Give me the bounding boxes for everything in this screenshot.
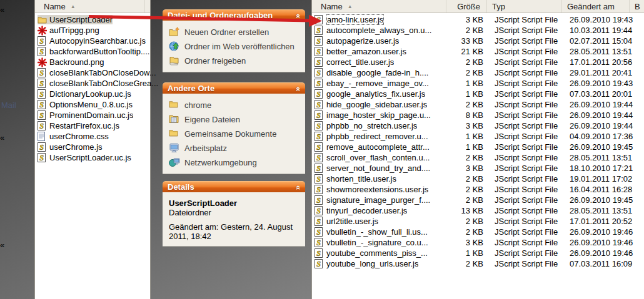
file-row[interactable]: SAutocopyinSearchbar.uc.js — [35, 36, 150, 46]
file-row[interactable]: Sphpbb_redirect_remover.u...1 KBJScript … — [312, 131, 644, 142]
file-row-content[interactable]: ScloseBlankTabOnCloseDow... — [38, 68, 156, 77]
file-row[interactable]: SUserScriptLoader.uc.js — [35, 152, 150, 163]
file-row[interactable]: SDictionaryLookup.uc.js — [35, 89, 150, 99]
file-row[interactable]: Sautopagerize.user.js33 KBJScript Script… — [312, 36, 644, 46]
file-row-name-cell[interactable]: Syoutube_long_urls.user.js — [314, 259, 449, 268]
column-header-name[interactable]: Name ▲ — [35, 0, 145, 12]
collapse-chevron-icon[interactable]: « — [293, 14, 304, 18]
file-row[interactable]: Syoutube_long_urls.user.js2 KBJScript Sc… — [312, 258, 644, 269]
task-link-ordner-freigeben[interactable]: Ordner freigeben — [169, 56, 299, 66]
file-row-content[interactable]: Backround.png — [38, 57, 104, 67]
file-row-name-cell[interactable]: Sserver_not_found_try_and.... — [314, 164, 449, 173]
collapse-chevron-icon[interactable]: « — [0, 133, 4, 142]
task-link-eigene-dateien[interactable]: Eigene Dateien — [169, 114, 299, 124]
file-row[interactable]: Sbetter_amazon.user.js21 KBJScript Scrip… — [312, 46, 644, 57]
task-link-neuen-ordner-erstellen[interactable]: Neuen Ordner erstellen — [169, 27, 299, 37]
strip-header[interactable]: « — [0, 240, 24, 250]
file-row-content[interactable]: SRestartFirefox.uc.js — [38, 121, 119, 130]
file-row[interactable]: Sscroll_over_flash_conten.u...2 KBJScrip… — [312, 152, 644, 163]
column-header-extra[interactable]: B — [630, 0, 644, 12]
column-header-modified[interactable]: Geändert am — [562, 0, 630, 12]
file-row-name-cell[interactable]: Sphpbb_no_stretch.user.js — [314, 121, 449, 130]
file-row[interactable]: ScloseBlankTabOnCloseGrea... — [35, 78, 150, 89]
file-row[interactable]: Sremove_autocomplete_attr...1 KBJScript … — [312, 142, 644, 152]
file-row[interactable]: userChrome.css — [35, 131, 150, 142]
file-row[interactable]: SuserChrome.js — [35, 142, 150, 152]
file-row-name-cell[interactable]: Stinyurl_decoder.user.js — [314, 206, 449, 215]
file-row-content[interactable]: SbackforwardButtonTooltip.... — [38, 47, 149, 56]
collapse-chevron-icon[interactable]: « — [0, 5, 4, 14]
file-row-name-cell[interactable]: Scorrect_title.user.js — [314, 57, 449, 67]
file-row[interactable]: Syoutube_comments_piss_...1 KBJScript Sc… — [312, 248, 644, 258]
file-row-content[interactable]: SDictionaryLookup.uc.js — [38, 89, 131, 99]
file-row[interactable]: Sautocomplete_always_on.u...2 KBJScript … — [312, 25, 644, 36]
task-link-chrome[interactable]: chrome — [169, 100, 299, 110]
file-row[interactable]: Surl2title.user.js2 KBJScript Script Fil… — [312, 216, 644, 227]
file-row-content[interactable]: SProminentDomain.uc.js — [38, 110, 133, 120]
collapse-chevron-icon[interactable]: « — [293, 87, 304, 91]
file-row-name-cell[interactable]: Sshorten_title.user.js — [314, 174, 449, 184]
file-row-name-cell[interactable]: Sgoogle_analytics_fix.user.js — [314, 89, 449, 99]
collapse-chevron-icon[interactable]: « — [0, 240, 4, 250]
file-row[interactable]: Sserver_not_found_try_and....3 KBJScript… — [312, 163, 644, 174]
file-row-name-cell[interactable]: Svbulletin_-_show_full_li.us... — [314, 227, 449, 237]
file-row-name-cell[interactable]: Sphpbb_redirect_remover.u... — [314, 132, 449, 141]
file-row-name-cell[interactable]: Simage_hoster_skip_page.u... — [314, 110, 449, 120]
file-row[interactable]: Scorrect_title.user.js2 KBJScript Script… — [312, 57, 644, 67]
file-row[interactable]: Backround.png — [35, 57, 150, 67]
file-row[interactable]: Stinyurl_decoder.user.js13 KBJScript Scr… — [312, 205, 644, 216]
file-row-content[interactable]: userChrome.css — [38, 132, 109, 141]
file-row-name-cell[interactable]: Sautopagerize.user.js — [314, 36, 449, 46]
file-row[interactable]: Simage_hoster_skip_page.u...8 KBJScript … — [312, 110, 644, 120]
file-row-name-cell[interactable]: Sebay_-_remove_image_ov... — [314, 79, 449, 88]
file-row[interactable]: Sshowmoreextensions.user.js2 KBJScript S… — [312, 184, 644, 195]
file-row-content[interactable]: ScloseBlankTabOnCloseGrea... — [38, 79, 158, 88]
file-row-name-cell[interactable]: Samo-link.user.js — [314, 14, 449, 25]
column-header-name[interactable]: Name ▲ — [312, 0, 446, 12]
file-row-name-cell[interactable]: Shide_google_sidebar.user.js — [314, 100, 449, 109]
file-row[interactable]: ScloseBlankTabOnCloseDow... — [35, 67, 150, 78]
file-row-name-cell[interactable]: Syoutube_comments_piss_... — [314, 248, 449, 258]
file-row[interactable]: Shide_google_sidebar.user.js2 KBJScript … — [312, 99, 644, 110]
file-row[interactable]: Sphpbb_no_stretch.user.js3 KBJScript Scr… — [312, 120, 644, 131]
mail-label[interactable]: Mail — [1, 100, 16, 110]
file-row[interactable]: SbackforwardButtonTooltip.... — [35, 46, 150, 57]
file-row-name-cell[interactable]: Sbetter_amazon.user.js — [314, 47, 449, 56]
file-row-name-cell[interactable]: Svbulletin_-_signature_co.u... — [314, 238, 449, 247]
file-row[interactable]: UserScriptLoader — [35, 14, 150, 25]
task-link-gemeinsame-dokumente[interactable]: Gemeinsame Dokumente — [169, 129, 299, 139]
file-row-content[interactable]: aufTripgg.png — [38, 26, 99, 35]
file-row[interactable]: Svbulletin_-_signature_co.u...3 KBJScrip… — [312, 237, 644, 248]
strip-header[interactable]: « — [0, 133, 24, 142]
file-row[interactable]: Sdisable_google_fade-in_h....2 KBJScript… — [312, 67, 644, 78]
file-row-name-cell[interactable]: Sautocomplete_always_on.u... — [314, 26, 449, 35]
file-row-content[interactable]: UserScriptLoader — [38, 15, 113, 24]
strip-header[interactable]: « — [0, 5, 24, 14]
other-places-header[interactable]: Andere Orte « — [163, 82, 305, 94]
file-row[interactable]: SRestartFirefox.uc.js — [35, 120, 150, 131]
file-row-content[interactable]: SOptionsMenu_0.8.uc.js — [38, 100, 133, 109]
file-row[interactable]: Sshorten_title.user.js2 KBJScript Script… — [312, 174, 644, 184]
file-row[interactable]: Sebay_-_remove_image_ov...1 KBJScript Sc… — [312, 78, 644, 89]
file-row-name-cell[interactable]: Sremove_autocomplete_attr... — [314, 142, 449, 152]
task-link-netzwerkumgebung[interactable]: Netzwerkumgebung — [169, 157, 299, 167]
file-row[interactable]: aufTripgg.png — [35, 25, 150, 36]
column-header-size[interactable]: Größe — [446, 0, 487, 12]
file-tasks-header[interactable]: Datei- und Ordneraufgaben « — [163, 9, 305, 21]
file-row-content[interactable]: SUserScriptLoader.uc.js — [38, 153, 131, 162]
file-row-name-cell[interactable]: Sscroll_over_flash_conten.u... — [314, 153, 449, 162]
file-row-name-cell[interactable]: Sshowmoreextensions.user.js — [314, 185, 449, 194]
file-row[interactable]: SProminentDomain.uc.js — [35, 110, 150, 120]
file-row[interactable]: Samo-link.user.js3 KBJScript Script File… — [312, 14, 644, 25]
task-link-ordner-im-web-ver-ffentlichen[interactable]: Ordner im Web veröffentlichen — [169, 41, 299, 51]
file-row-content[interactable]: SuserChrome.js — [38, 142, 103, 152]
file-row[interactable]: Ssignature_image_purger_f....2 KBJScript… — [312, 195, 644, 205]
task-link-arbeitsplatz[interactable]: Arbeitsplatz — [169, 143, 299, 153]
file-row[interactable]: Svbulletin_-_show_full_li.us...2 KBJScri… — [312, 227, 644, 237]
details-header[interactable]: Details « — [163, 181, 305, 192]
collapse-chevron-icon[interactable]: « — [293, 185, 304, 190]
file-row-name-cell[interactable]: Ssignature_image_purger_f.... — [314, 195, 449, 205]
file-row-content[interactable]: SAutocopyinSearchbar.uc.js — [38, 36, 146, 46]
file-row[interactable]: Sgoogle_analytics_fix.user.js1 KBJScript… — [312, 89, 644, 99]
file-row-name-cell[interactable]: Surl2title.user.js — [314, 217, 449, 226]
